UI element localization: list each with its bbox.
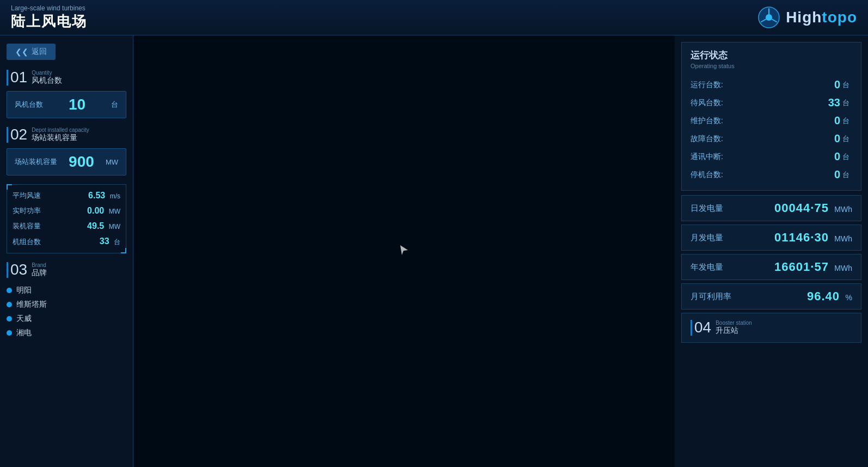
metrics-group: 平均风速 6.53 m/s 实时功率 0.00 MW 装机容量 49.5 MW …	[7, 184, 126, 253]
section01-stat-label: 风机台数	[15, 100, 43, 110]
section04-num: 04	[694, 320, 711, 335]
logo-high: High	[786, 9, 822, 26]
section04-cn: 升压站	[716, 326, 752, 336]
logo-icon	[757, 6, 780, 29]
op-label-0: 运行台数:	[690, 80, 723, 90]
energy-card-1: 月发电量 01146·30 MWh	[681, 225, 861, 251]
section02-header: 02 Depot installed capacity 场站装机容量	[7, 127, 126, 143]
brand-name-0: 明阳	[16, 286, 32, 295]
section03-num: 03	[10, 262, 27, 277]
op-status-en: Operating status	[690, 63, 852, 69]
section01-cn: 风机台数	[32, 76, 62, 86]
brand-dot-3	[7, 330, 12, 336]
section02-en: Depot installed capacity	[32, 127, 89, 133]
energy-unit-3: %	[846, 293, 852, 302]
energy-card-3: 月可利用率 96.40 %	[681, 283, 861, 310]
section04-en: Booster station	[716, 320, 752, 326]
energy-val-group-2: 16601·57 MWh	[774, 260, 852, 274]
op-unit-5: 台	[842, 170, 852, 180]
section01-en: Quantity	[32, 70, 62, 76]
metric-label-2: 装机容量	[13, 221, 41, 231]
section04-labels: Booster station 升压站	[716, 320, 752, 336]
section04-header: 04 Booster station 升压站	[690, 320, 852, 336]
op-value-0: 0	[818, 78, 840, 91]
section02-stat-label: 场站装机容量	[15, 157, 57, 167]
energy-unit-2: MWh	[834, 264, 852, 272]
metric-value-0: 6.53 m/s	[88, 191, 120, 201]
svg-rect-2	[768, 8, 769, 15]
op-label-2: 维护台数:	[690, 116, 723, 126]
energy-label-3: 月可利用率	[690, 292, 731, 302]
section01-num: 01	[10, 70, 27, 85]
op-label-5: 停机台数:	[690, 170, 723, 180]
op-label-3: 故障台数:	[690, 134, 723, 144]
energy-card-0: 日发电量 00044·75 MWh	[681, 195, 861, 221]
section03-labels: Brand 品牌	[32, 262, 47, 278]
back-button[interactable]: ❮❮ 返回	[7, 44, 56, 60]
op-value-1: 33	[818, 96, 840, 109]
op-row-1: 待风台数: 33 台	[690, 94, 852, 112]
energy-value-2: 16601·57	[774, 260, 829, 274]
op-row-3: 故障台数: 0 台	[690, 130, 852, 148]
energy-card-2: 年发电量 16601·57 MWh	[681, 254, 861, 280]
op-val-group-4: 0 台	[818, 150, 852, 163]
brand-dot-1	[7, 302, 12, 307]
svg-point-1	[766, 14, 772, 21]
metric-row-0: 平均风速 6.53 m/s	[13, 188, 120, 203]
brand-name-2: 天威	[16, 314, 32, 324]
energy-cards-container: 日发电量 00044·75 MWh 月发电量 01146·30 MWh 年发电量…	[675, 195, 868, 310]
op-value-3: 0	[818, 132, 840, 145]
section02-labels: Depot installed capacity 场站装机容量	[32, 127, 89, 143]
op-unit-0: 台	[842, 80, 852, 90]
section02-num: 02	[10, 127, 27, 142]
energy-val-group-3: 96.40 %	[807, 289, 852, 304]
section01-stat-box: 风机台数 10 台	[7, 91, 126, 118]
brand-list: 明阳维斯塔斯天威湘电	[7, 283, 126, 340]
op-val-group-1: 33 台	[818, 96, 852, 109]
energy-value-0: 00044·75	[774, 201, 829, 215]
metric-label-0: 平均风速	[13, 191, 41, 201]
energy-label-1: 月发电量	[690, 233, 723, 243]
metric-row-1: 实时功率 0.00 MW	[13, 203, 120, 219]
op-row-2: 维护台数: 0 台	[690, 112, 852, 130]
brand-dot-2	[7, 316, 12, 322]
brand-item-0: 明阳	[7, 283, 126, 298]
header-title-block: Large-scale wind turbines 陆上风电场	[11, 4, 87, 31]
section03-header: 03 Brand 品牌	[7, 262, 126, 278]
energy-unit-0: MWh	[834, 205, 852, 214]
energy-value-3: 96.40	[807, 289, 840, 303]
energy-val-group-1: 01146·30 MWh	[774, 231, 852, 245]
section02-stat-unit: MW	[106, 158, 118, 166]
brand-name-3: 湘电	[16, 328, 32, 338]
brand-name-1: 维斯塔斯	[16, 300, 47, 310]
header: Large-scale wind turbines 陆上风电场 Hightopo	[0, 0, 868, 35]
sidebar: ❮❮ 返回 01 Quantity 风机台数 风机台数 10 台 02 Depo…	[0, 35, 133, 467]
op-status-card: 运行状态 Operating status 运行台数: 0 台 待风台数: 33…	[681, 42, 861, 191]
metric-value-1: 0.00 MW	[87, 206, 120, 216]
op-val-group-0: 0 台	[818, 78, 852, 91]
section02-cn: 场站装机容量	[32, 133, 89, 143]
section02-stat-value: 900	[69, 153, 94, 171]
metric-row-2: 装机容量 49.5 MW	[13, 219, 120, 234]
brand-item-3: 湘电	[7, 326, 126, 340]
right-panel: 运行状态 Operating status 运行台数: 0 台 待风台数: 33…	[675, 35, 868, 467]
logo-topo: topo	[822, 9, 857, 26]
op-status-title: 运行状态	[690, 49, 852, 62]
op-unit-4: 台	[842, 152, 852, 162]
op-row-4: 通讯中断: 0 台	[690, 148, 852, 166]
cursor-icon	[398, 244, 411, 257]
energy-label-0: 日发电量	[690, 203, 723, 214]
op-unit-2: 台	[842, 116, 852, 126]
op-unit-1: 台	[842, 98, 852, 108]
section01-stat-value: 10	[69, 96, 85, 113]
op-row-0: 运行台数: 0 台	[690, 76, 852, 94]
logo-area: Hightopo	[757, 6, 857, 29]
brand-item-2: 天威	[7, 312, 126, 326]
op-val-group-3: 0 台	[818, 132, 852, 145]
metric-value-3: 33 台	[100, 236, 120, 247]
brand-item-1: 维斯塔斯	[7, 298, 126, 312]
main-canvas	[133, 35, 675, 467]
energy-unit-1: MWh	[834, 234, 852, 243]
energy-val-group-0: 00044·75 MWh	[774, 201, 852, 215]
section04-card: 04 Booster station 升压站	[681, 313, 861, 343]
